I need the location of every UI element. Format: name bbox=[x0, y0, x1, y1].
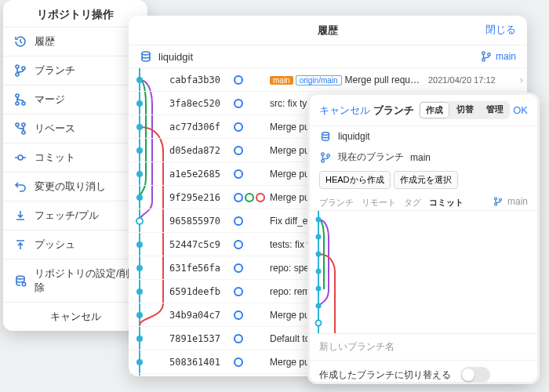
svg-point-35 bbox=[499, 198, 501, 201]
svg-point-2 bbox=[22, 67, 25, 70]
commit-sha: 34b9a04c7 bbox=[169, 310, 234, 321]
commit-status bbox=[234, 334, 270, 343]
svg-point-15 bbox=[488, 53, 491, 56]
branch-repo-row: liquidgit bbox=[310, 126, 537, 147]
svg-point-41 bbox=[316, 303, 322, 309]
choose-source-button[interactable]: 作成元を選択 bbox=[394, 171, 458, 189]
repository-actions-menu: リポジトリ操作 履歴 ブランチ マージ リベース コミット 変更の取り消し フェ… bbox=[3, 0, 147, 331]
menu-cancel[interactable]: キャンセル bbox=[3, 302, 147, 331]
svg-point-40 bbox=[316, 286, 322, 292]
branch-mode-segment[interactable]: 作成 切替 管理 bbox=[419, 101, 510, 119]
segment-manage[interactable]: 管理 bbox=[480, 101, 510, 119]
commit-status bbox=[234, 193, 270, 202]
commit-sha: d05eda872 bbox=[169, 145, 234, 156]
switch-after-create-row: 作成したブランチに切り替える bbox=[310, 360, 537, 392]
tab-commits[interactable]: コミット bbox=[429, 197, 464, 209]
undo-icon bbox=[14, 180, 27, 193]
svg-point-8 bbox=[22, 131, 25, 134]
branch-scope-right-label: main bbox=[507, 196, 528, 207]
menu-title: リポジトリ操作 bbox=[3, 0, 147, 27]
menu-item-label: プッシュ bbox=[35, 238, 75, 252]
menu-item-label: マージ bbox=[35, 93, 65, 107]
tab-branches[interactable]: ブランチ bbox=[319, 197, 354, 209]
commit-row[interactable]: cabfa3b30mainorigin/mainMerge pull reque… bbox=[129, 68, 527, 92]
new-branch-name-input[interactable]: 新しいブランチ名 bbox=[310, 333, 537, 360]
switch-after-create-label: 作成したブランチに切り替える bbox=[319, 368, 451, 382]
branch-icon bbox=[480, 50, 493, 63]
commit-sha: ac77d306f bbox=[169, 122, 234, 132]
tab-tags[interactable]: タグ bbox=[404, 197, 421, 209]
tab-remotes[interactable]: リモート bbox=[362, 197, 396, 209]
database-icon bbox=[140, 50, 152, 63]
new-branch-name-placeholder: 新しいブランチ名 bbox=[319, 341, 394, 352]
branch-commit-list: cabfa3b30mainorigin/mainMerge pull reque… bbox=[310, 211, 537, 333]
chevron-right-icon[interactable]: › bbox=[516, 74, 527, 85]
merge-icon bbox=[14, 93, 27, 106]
menu-item-merge[interactable]: マージ bbox=[3, 85, 147, 114]
menu-item-discard[interactable]: 変更の取り消し bbox=[3, 172, 147, 201]
svg-point-14 bbox=[482, 59, 485, 62]
commit-status bbox=[234, 310, 270, 320]
upload-icon bbox=[14, 238, 27, 251]
create-from-head-button[interactable]: HEADから作成 bbox=[319, 171, 391, 189]
tag-main: main bbox=[270, 76, 293, 85]
svg-point-37 bbox=[316, 234, 322, 240]
svg-point-11 bbox=[22, 282, 25, 285]
branch-ok-button[interactable]: OK bbox=[513, 104, 528, 116]
history-repo-row: liquidgit main bbox=[129, 45, 527, 68]
menu-item-commit[interactable]: コミット bbox=[3, 143, 147, 172]
svg-point-1 bbox=[16, 73, 19, 76]
commit-sha: 508361401 bbox=[169, 357, 234, 368]
menu-item-label: コミット bbox=[35, 151, 75, 165]
svg-point-31 bbox=[322, 159, 325, 162]
branch-scope-right-chip[interactable]: main bbox=[492, 195, 528, 208]
commit-sha: 3fa8ec520 bbox=[169, 98, 234, 109]
commit-status bbox=[234, 216, 270, 226]
commit-sha: cabfa3b30 bbox=[169, 74, 234, 85]
branch-cancel-button[interactable]: キャンセル bbox=[319, 103, 370, 118]
history-branch-chip[interactable]: main bbox=[480, 50, 516, 63]
segment-create[interactable]: 作成 bbox=[420, 102, 449, 118]
tag-origin: origin/main bbox=[296, 75, 342, 85]
menu-item-rebase[interactable]: リベース bbox=[3, 114, 147, 143]
download-icon bbox=[14, 209, 27, 222]
commit-status bbox=[234, 146, 270, 155]
switch-after-create-toggle[interactable] bbox=[460, 367, 490, 383]
commit-status bbox=[234, 122, 270, 132]
svg-point-12 bbox=[142, 52, 150, 55]
svg-point-6 bbox=[16, 123, 19, 126]
commit-sha: a1e5e2685 bbox=[169, 169, 234, 180]
svg-point-4 bbox=[16, 102, 19, 105]
menu-item-history[interactable]: 履歴 bbox=[3, 27, 147, 56]
svg-point-7 bbox=[22, 123, 25, 126]
menu-item-fetch-pull[interactable]: フェッチ/プル bbox=[3, 201, 147, 230]
svg-point-30 bbox=[322, 152, 325, 155]
segment-switch[interactable]: 切替 bbox=[450, 101, 480, 119]
history-close-button[interactable]: 閉じる bbox=[485, 23, 516, 37]
menu-item-label: リベース bbox=[35, 122, 75, 136]
history-icon bbox=[14, 35, 27, 48]
branch-dialog: キャンセル ブランチ 作成 切替 管理 OK liquidgit 現在のブランチ… bbox=[307, 93, 540, 384]
branch-icon bbox=[14, 64, 27, 77]
menu-item-branch[interactable]: ブランチ bbox=[3, 56, 147, 85]
commit-sha: 965855970 bbox=[169, 216, 234, 227]
commit-status bbox=[234, 263, 270, 273]
svg-point-29 bbox=[322, 132, 329, 136]
commit-date: 2021/04/20 17:12 bbox=[428, 75, 516, 85]
menu-item-label: リポジトリの設定/削除 bbox=[35, 267, 136, 295]
database-icon bbox=[319, 130, 332, 143]
commit-status bbox=[234, 287, 270, 296]
menu-item-push[interactable]: プッシュ bbox=[3, 230, 147, 259]
commit-sha: 52447c5c9 bbox=[169, 239, 234, 250]
menu-item-settings-delete[interactable]: リポジトリの設定/削除 bbox=[3, 259, 147, 302]
commit-status bbox=[234, 169, 270, 179]
menu-item-label: 履歴 bbox=[35, 34, 55, 49]
commit-sha: 9f295e216 bbox=[169, 192, 234, 203]
commit-sha: 631fe56fa bbox=[169, 263, 234, 274]
history-title: 履歴 bbox=[318, 24, 338, 38]
branch-dialog-titlebar: キャンセル ブランチ 作成 切替 管理 OK bbox=[310, 95, 537, 126]
branch-repo-name: liquidgit bbox=[338, 131, 370, 142]
svg-point-10 bbox=[16, 276, 24, 279]
svg-point-38 bbox=[316, 252, 322, 257]
svg-point-32 bbox=[327, 154, 330, 157]
